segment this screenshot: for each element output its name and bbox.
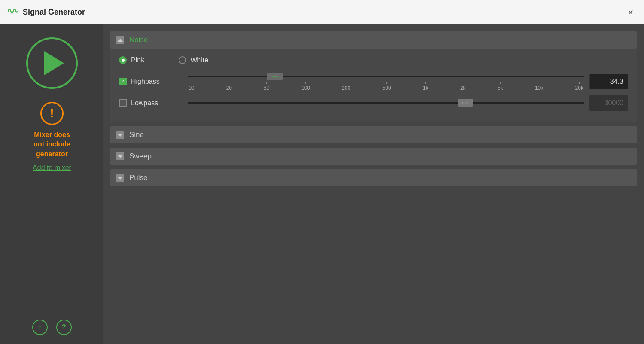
lowpass-slider-track[interactable] bbox=[188, 98, 584, 107]
highpass-checkbox[interactable] bbox=[119, 78, 127, 85]
sweep-section-header[interactable]: Sweep bbox=[110, 148, 637, 165]
noise-section-header[interactable]: Noise bbox=[110, 31, 637, 49]
right-panel: Noise Pink White bbox=[103, 24, 644, 344]
pink-label: Pink bbox=[131, 56, 144, 64]
pulse-section-title: Pulse bbox=[129, 174, 148, 182]
help-button[interactable]: ? bbox=[56, 320, 72, 335]
warning-text: Mixer does not include generator bbox=[33, 130, 70, 159]
sidebar: ! Mixer does not include generator Add t… bbox=[0, 24, 103, 344]
signal-icon bbox=[7, 6, 18, 19]
sine-collapse-arrow bbox=[116, 131, 124, 139]
highpass-slider-track[interactable] bbox=[188, 72, 584, 81]
sine-section-header[interactable]: Sine bbox=[110, 126, 637, 143]
upload-button[interactable]: ↑ bbox=[32, 320, 48, 335]
warning-icon: ! bbox=[40, 102, 64, 125]
white-label: White bbox=[191, 56, 208, 64]
lowpass-value[interactable]: 30000 bbox=[589, 95, 628, 111]
lowpass-slider-thumb[interactable] bbox=[458, 99, 473, 107]
highpass-label: Highpass bbox=[131, 78, 160, 85]
noise-type-row: Pink White bbox=[119, 56, 628, 64]
help-icon: ? bbox=[62, 323, 66, 331]
lowpass-checkbox-item: Lowpass bbox=[119, 99, 188, 107]
highpass-checkbox-item: Highpass bbox=[119, 78, 188, 85]
highpass-row: Highpass bbox=[119, 72, 628, 91]
white-radio-button[interactable] bbox=[179, 56, 186, 64]
add-to-mixer-link[interactable]: Add to mixer bbox=[33, 164, 71, 172]
highpass-slider-container: 10 20 50 100 200 500 1k 2k 5k 10k 20k bbox=[188, 72, 584, 91]
sweep-collapse-arrow bbox=[116, 152, 124, 160]
title-bar: Signal Generator × bbox=[0, 0, 644, 24]
lowpass-row: Lowpass bbox=[119, 95, 628, 111]
lowpass-label: Lowpass bbox=[131, 99, 158, 107]
upload-icon: ↑ bbox=[38, 323, 42, 331]
close-button[interactable]: × bbox=[624, 6, 637, 19]
highpass-value[interactable]: 34.3 bbox=[589, 74, 628, 89]
play-triangle-icon bbox=[44, 51, 64, 75]
thumb-dots bbox=[272, 76, 278, 77]
main-content: ! Mixer does not include generator Add t… bbox=[0, 24, 644, 344]
lowpass-slider-container bbox=[188, 98, 584, 108]
noise-section-title: Noise bbox=[129, 36, 148, 44]
window-title: Signal Generator bbox=[23, 8, 624, 17]
sweep-section-title: Sweep bbox=[129, 152, 152, 161]
pulse-section-header[interactable]: Pulse bbox=[110, 169, 637, 186]
highpass-slider-thumb[interactable] bbox=[267, 73, 283, 80]
pink-radio[interactable]: Pink bbox=[119, 56, 144, 64]
noise-collapse-arrow bbox=[116, 36, 124, 44]
highpass-slider-line bbox=[188, 76, 584, 77]
play-button[interactable] bbox=[26, 37, 78, 89]
freq-ticks: 10 20 50 100 200 500 1k 2k 5k 10k 20k bbox=[188, 82, 584, 91]
thumb-dots bbox=[462, 102, 468, 104]
lowpass-checkbox[interactable] bbox=[119, 99, 127, 107]
signal-generator-window: Signal Generator × ! Mixer does not incl… bbox=[0, 0, 644, 344]
pink-radio-button[interactable] bbox=[119, 56, 127, 64]
pulse-collapse-arrow bbox=[116, 174, 124, 182]
lowpass-slider-line bbox=[188, 102, 584, 104]
sine-section-title: Sine bbox=[129, 131, 144, 139]
noise-section-content: Pink White Highpass bbox=[110, 49, 637, 122]
white-radio[interactable]: White bbox=[179, 56, 208, 64]
sidebar-bottom-icons: ↑ ? bbox=[32, 320, 72, 335]
noise-section: Noise Pink White bbox=[110, 31, 637, 122]
